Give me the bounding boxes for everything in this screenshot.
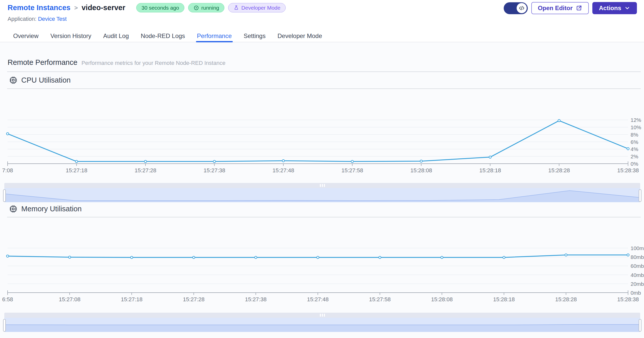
cpu-utilisation-chart[interactable]: 0%2%4%6%8%10%12%7:0815:27:1815:27:2815:2…: [0, 90, 644, 175]
svg-text:4%: 4%: [631, 146, 638, 152]
open-editor-button[interactable]: Open Editor: [531, 2, 589, 14]
svg-text:15:27:18: 15:27:18: [66, 167, 87, 174]
tab-performance[interactable]: Performance: [197, 30, 232, 42]
brush-grip-handle[interactable]: [320, 184, 325, 187]
svg-text:15:27:58: 15:27:58: [341, 167, 363, 174]
svg-text:15:28:28: 15:28:28: [548, 167, 570, 174]
svg-text:15:28:38: 15:28:38: [617, 167, 639, 174]
developer-mode-badge: Developer Mode: [228, 3, 286, 12]
memory-brush-track[interactable]: [4, 313, 640, 332]
svg-text:15:28:18: 15:28:18: [493, 296, 515, 303]
application-row: Application: Device Test: [8, 16, 67, 22]
open-editor-label: Open Editor: [538, 5, 573, 12]
beaker-icon: [233, 5, 239, 11]
page-subtitle: Performance metrics for your Remote Node…: [82, 60, 226, 66]
svg-text:6:58: 6:58: [2, 296, 13, 303]
svg-text:15:27:28: 15:27:28: [183, 296, 205, 303]
svg-text:15:27:08: 15:27:08: [59, 296, 81, 303]
svg-text:8%: 8%: [631, 132, 638, 138]
cpu-brush-strip[interactable]: [4, 183, 640, 188]
svg-text:0mb: 0mb: [631, 290, 641, 296]
svg-text:6%: 6%: [631, 139, 638, 145]
divider: [7, 217, 641, 217]
svg-text:15:27:28: 15:27:28: [135, 167, 157, 174]
svg-text:2%: 2%: [631, 154, 638, 159]
tab-bar: Overview Version History Audit Log Node-…: [0, 30, 644, 42]
svg-text:15:28:08: 15:28:08: [411, 167, 432, 174]
breadcrumb-parent-link[interactable]: Remote Instances: [8, 4, 70, 12]
memory-brush-area-chart: [4, 318, 640, 332]
cpu-chip-icon: [9, 76, 17, 84]
cpu-brush-minimap[interactable]: [4, 188, 640, 202]
memory-chart-brush[interactable]: [4, 313, 640, 332]
divider: [7, 71, 641, 72]
tab-version-history[interactable]: Version History: [50, 30, 91, 42]
instance-name: video-server: [82, 4, 125, 12]
tab-settings[interactable]: Settings: [244, 30, 266, 42]
tab-node-red-logs[interactable]: Node-RED Logs: [141, 30, 185, 42]
svg-text:20mb: 20mb: [631, 281, 644, 287]
breadcrumb-separator: >: [74, 4, 78, 11]
developer-mode-badge-label: Developer Mode: [241, 5, 280, 11]
application-link[interactable]: Device Test: [38, 16, 67, 22]
last-seen-badge: 30 seconds ago: [136, 3, 184, 12]
svg-text:15:28:18: 15:28:18: [479, 167, 501, 174]
brush-left-handle[interactable]: [3, 319, 6, 332]
cpu-brush-area-chart: [4, 188, 640, 202]
svg-text:7:08: 7:08: [2, 167, 13, 174]
svg-text:40mb: 40mb: [631, 272, 644, 278]
brush-grip-handle[interactable]: [320, 314, 325, 317]
svg-text:15:27:48: 15:27:48: [307, 296, 329, 303]
brush-left-handle[interactable]: [3, 189, 6, 202]
tab-developer-mode[interactable]: Developer Mode: [278, 30, 322, 42]
svg-text:15:27:38: 15:27:38: [245, 296, 267, 303]
brush-right-handle[interactable]: [639, 319, 641, 332]
svg-text:15:28:28: 15:28:28: [555, 296, 577, 303]
tab-overview[interactable]: Overview: [13, 30, 38, 42]
running-status-badge: running: [188, 3, 224, 12]
actions-button[interactable]: Actions: [592, 2, 637, 14]
play-circle-icon: [193, 5, 199, 11]
actions-label: Actions: [599, 5, 621, 12]
cpu-chart-brush[interactable]: [4, 183, 640, 202]
memory-utilisation-chart[interactable]: 0mb20mb40mb60mb80mb100mb6:5815:27:0815:2…: [0, 219, 644, 304]
svg-text:10%: 10%: [631, 124, 641, 130]
svg-text:15:28:38: 15:28:38: [617, 296, 639, 303]
chevron-down-icon: [624, 5, 630, 11]
running-status-label: running: [201, 5, 219, 11]
memory-brush-strip[interactable]: [4, 313, 640, 318]
svg-text:15:27:38: 15:27:38: [204, 167, 225, 174]
cpu-brush-track[interactable]: [4, 183, 640, 202]
svg-text:15:27:18: 15:27:18: [121, 296, 143, 303]
svg-text:0%: 0%: [631, 161, 638, 167]
memory-section-title: Memory Utilisation: [21, 205, 82, 213]
svg-text:15:27:48: 15:27:48: [272, 167, 294, 174]
page-title: Remote Performance: [8, 58, 77, 67]
header-controls: Open Editor Actions: [504, 2, 637, 14]
memory-section-heading: Memory Utilisation: [9, 205, 82, 213]
memory-brush-minimap[interactable]: [4, 318, 640, 332]
svg-text:60mb: 60mb: [631, 263, 644, 269]
cpu-chip-icon: [9, 205, 17, 213]
last-seen-badge-label: 30 seconds ago: [142, 5, 179, 11]
svg-text:80mb: 80mb: [631, 254, 644, 260]
cpu-section-heading: CPU Utilisation: [9, 76, 71, 84]
brush-right-handle[interactable]: [639, 189, 641, 202]
svg-text:15:27:58: 15:27:58: [369, 296, 391, 303]
svg-text:15:28:08: 15:28:08: [431, 296, 453, 303]
code-icon: [518, 5, 525, 11]
developer-mode-toggle[interactable]: [504, 2, 528, 14]
divider: [7, 88, 641, 89]
external-link-icon: [576, 5, 582, 11]
application-label: Application:: [8, 16, 36, 22]
tab-audit-log[interactable]: Audit Log: [103, 30, 129, 42]
status-badges: 30 seconds ago running Developer Mode: [136, 3, 286, 12]
svg-text:12%: 12%: [631, 117, 641, 123]
breadcrumb: Remote Instances > video-server 30 secon…: [8, 3, 286, 12]
cpu-section-title: CPU Utilisation: [21, 76, 71, 84]
svg-text:100mb: 100mb: [631, 245, 644, 251]
toggle-knob: [517, 3, 527, 13]
